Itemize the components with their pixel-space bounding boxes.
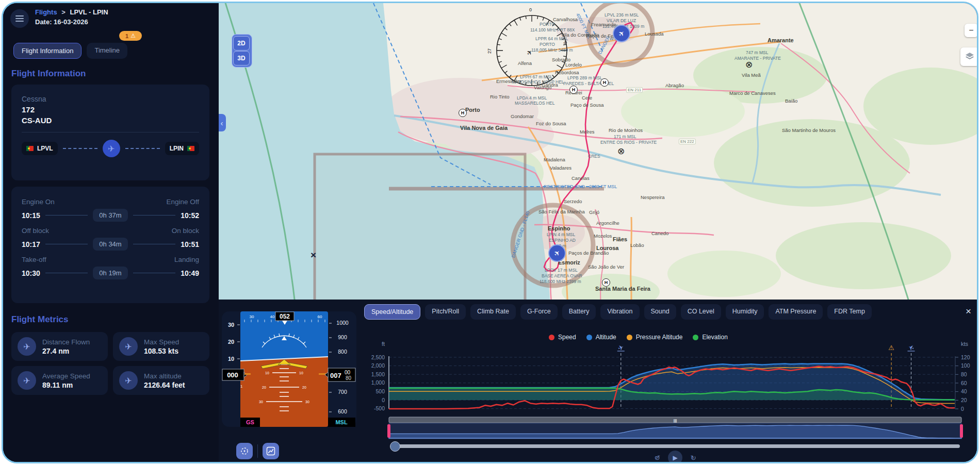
chart-tab[interactable]: Pitch/Roll <box>425 304 466 320</box>
menu-button[interactable] <box>10 9 29 28</box>
departure-airport: LPVL <box>22 142 58 155</box>
legend-label: Pressure Altitude <box>636 334 683 341</box>
time-slider-thumb[interactable] <box>390 441 400 452</box>
sidebar-tab[interactable]: Flight Information <box>13 43 81 59</box>
time-right-value: 10:49 <box>181 269 199 277</box>
chart-tab[interactable]: Climb Rate <box>470 304 516 320</box>
legend-item[interactable]: Elevation <box>693 334 727 341</box>
svg-text:30: 30 <box>305 400 309 404</box>
svg-text:900: 900 <box>338 334 347 340</box>
forward-5-button[interactable]: ↻5 <box>687 452 699 463</box>
metric-label: Max altitude <box>144 372 185 380</box>
divider <box>133 273 176 273</box>
svg-text:27: 27 <box>487 48 492 54</box>
svg-text:0: 0 <box>382 397 385 403</box>
svg-text:000: 000 <box>227 371 238 379</box>
app-window: 0276 ✈ PORTO114.100 MHz PRT 88XLPPR 64 m… <box>2 2 978 463</box>
time-right-label: On block <box>172 227 199 235</box>
chart-tab[interactable]: Sound <box>644 304 676 320</box>
attitude-indicator: 3040601010202030300523020100001GS1000900… <box>222 311 356 427</box>
svg-text:40: 40 <box>270 314 275 319</box>
legend-item[interactable]: Pressure Altitude <box>627 334 683 341</box>
aircraft-make: Cessna <box>22 95 199 103</box>
metric-icon: ✈ <box>18 371 36 390</box>
chart-legend: Speed Altitude Pressure Altitude Elevati… <box>549 334 728 341</box>
chart-tab[interactable]: G-Force <box>520 304 558 320</box>
crosshair-icon <box>240 446 249 456</box>
legend-item[interactable]: Altitude <box>586 334 616 341</box>
sidebar-tabs: Flight InformationTimeline <box>13 43 127 59</box>
recenter-map-button[interactable] <box>236 443 253 459</box>
svg-text:60: 60 <box>318 314 322 319</box>
time-row: Off block On block 10:17 0h 34m 10:51 <box>22 227 199 251</box>
chart-tab[interactable]: Vibration <box>600 304 639 320</box>
chart-tab[interactable]: Humidity <box>726 304 764 320</box>
layers-icon <box>965 52 975 62</box>
svg-text:0: 0 <box>529 7 532 12</box>
svg-text:20: 20 <box>302 386 306 389</box>
metric-icon: ✈ <box>119 337 138 356</box>
svg-text:500: 500 <box>375 388 385 394</box>
svg-text:700: 700 <box>338 389 347 395</box>
chart-tab[interactable]: ATM Pressure <box>769 304 823 320</box>
legend-label: Elevation <box>702 334 727 341</box>
rewind-5-button[interactable]: ↺5 <box>651 452 663 463</box>
map[interactable]: 0276 ✈ PORTO114.100 MHz PRT 88XLPPR 64 m… <box>219 3 978 312</box>
svg-text:80: 80 <box>346 375 352 381</box>
chart-tab[interactable]: Battery <box>562 304 596 320</box>
legend-item[interactable]: Speed <box>549 334 576 341</box>
svg-text:30: 30 <box>250 314 254 319</box>
time-left-label: Take-off <box>22 256 46 263</box>
breadcrumb-flights-link[interactable]: Flights <box>35 8 57 16</box>
chart-tab[interactable]: Speed/Altitude <box>364 304 420 320</box>
metric-card: ✈ Distance Flown 27.4 nm <box>11 332 108 361</box>
metric-value: 2126.64 feet <box>144 381 185 389</box>
map-decorations: 0276 ✈ <box>219 3 978 312</box>
svg-text:-500: -500 <box>374 405 385 411</box>
chart-tab[interactable]: CO Level <box>681 304 721 320</box>
arrival-code: LPIN <box>170 145 184 152</box>
play-button[interactable]: ▶ <box>668 451 682 463</box>
breadcrumb-current: LPVL - LPIN <box>70 8 108 16</box>
charts-panel: 2,5002,0001,5001,0005000-500120100806040… <box>219 300 978 463</box>
svg-text:800: 800 <box>338 348 347 355</box>
time-left-value: 10:17 <box>22 240 40 248</box>
section-flight-information: Flight Information <box>11 69 86 79</box>
portugal-flag-icon <box>26 146 34 151</box>
sidebar-collapse-button[interactable]: ‹ <box>219 114 226 131</box>
legend-dot <box>693 335 698 340</box>
metric-card: ✈ Max altitude 2126.64 feet <box>113 366 209 395</box>
chart-view-button[interactable] <box>263 443 279 459</box>
map-3d-button[interactable]: 3D <box>233 51 250 65</box>
metric-label: Average Speed <box>42 372 90 380</box>
route-row: LPVL ✈ LPIN <box>22 140 199 157</box>
svg-text:|||: ||| <box>674 418 677 423</box>
time-right-value: 10:51 <box>181 240 199 248</box>
map-minimize-button[interactable]: − <box>965 24 978 37</box>
chart-tab[interactable]: FDR Temp <box>827 304 872 320</box>
map-2d-button[interactable]: 2D <box>233 36 250 51</box>
metric-value: 27.4 nm <box>42 347 90 355</box>
route-dashes <box>125 148 160 149</box>
panel-close-button[interactable]: × <box>966 306 971 317</box>
divider <box>133 244 176 244</box>
map-scrollbar[interactable] <box>978 123 978 147</box>
badge-count: 1 <box>125 33 128 39</box>
sidebar-tab[interactable]: Timeline <box>87 43 127 59</box>
map-dimension-toggle[interactable]: 2D 3D <box>232 34 252 68</box>
svg-text:⚠: ⚠ <box>888 344 894 352</box>
legend-dot <box>627 335 632 340</box>
time-right-label: Landing <box>174 256 199 263</box>
route-dashes <box>63 148 97 149</box>
metric-label: Distance Flown <box>42 338 90 346</box>
pfd-close-button[interactable]: × <box>311 250 316 261</box>
time-left-label: Engine On <box>22 198 55 206</box>
metric-value: 89.11 nm <box>42 381 90 389</box>
map-layers-button[interactable] <box>960 47 978 66</box>
svg-text:1,500: 1,500 <box>371 371 385 377</box>
breadcrumb: Flights > LPVL - LPIN <box>35 8 108 16</box>
timeline-warning-badge[interactable]: 1 ⚠ <box>119 31 142 41</box>
time-slider[interactable] <box>391 444 960 448</box>
svg-text:80: 80 <box>961 371 967 377</box>
svg-text:30: 30 <box>259 400 263 404</box>
